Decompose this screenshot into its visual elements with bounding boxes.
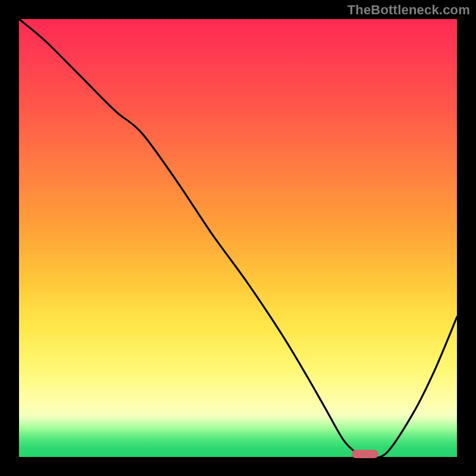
bottleneck-curve bbox=[19, 19, 457, 458]
chart-curves bbox=[19, 19, 457, 457]
chart-frame: TheBottleneck.com bbox=[0, 0, 476, 476]
optimum-marker bbox=[352, 450, 378, 458]
watermark-text: TheBottleneck.com bbox=[347, 2, 470, 18]
